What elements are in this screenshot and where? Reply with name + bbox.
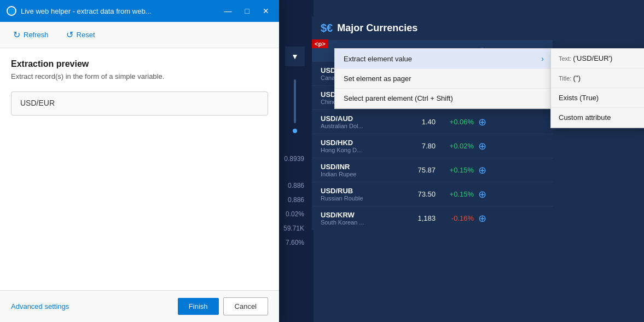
change-usdhkd: +0.02%	[436, 142, 474, 150]
change-usdrub: +0.15%	[436, 190, 474, 198]
collapse-button[interactable]: ▼	[285, 47, 305, 66]
context-item-extract-label: Extract element value	[344, 55, 412, 63]
context-menu-item-pager[interactable]: Set element as pager	[335, 69, 553, 89]
add-usdhkd[interactable]: ⊕	[478, 140, 486, 152]
add-usdrub[interactable]: ⊕	[478, 188, 486, 200]
extraction-title: Extraction preview	[11, 59, 268, 69]
submenu-item-custom[interactable]: Custom attribute	[551, 108, 644, 128]
currency-row-usdhkd[interactable]: USD/HKD Hong Kong D... 7.80 +0.02% ⊕	[312, 134, 553, 158]
submenu-text-value: ('USD/EUR')	[573, 54, 612, 62]
bg-val4: 0.02%	[283, 210, 304, 218]
bg-val6: 7.60%	[283, 239, 304, 246]
name-usdinr: Indian Rupee	[321, 171, 375, 177]
submenu-title-prefix: Title:	[559, 75, 573, 82]
dialog-toolbar: ↻ Refresh ↺ Reset	[0, 22, 279, 48]
bg-val5: 59.71K	[283, 225, 304, 232]
submenu-item-title[interactable]: Title: ('')	[551, 68, 644, 88]
reset-icon: ↺	[66, 30, 73, 40]
currency-icon: $€	[321, 22, 333, 34]
extraction-preview: USD/EUR	[11, 91, 268, 116]
change-usdinr: +0.15%	[436, 166, 474, 174]
value-usdaud: 1.40	[392, 118, 436, 126]
bg-val3: 0.886	[283, 196, 304, 204]
currency-header: $€ Major Currencies	[312, 16, 553, 40]
currency-title: Major Currencies	[337, 22, 417, 34]
currency-row-usdinr[interactable]: USD/INR Indian Rupee 75.87 +0.15% ⊕	[312, 158, 553, 182]
submenu-item-text[interactable]: Text: ('USD/EUR')	[551, 49, 644, 68]
context-arrow-icon: ›	[541, 54, 544, 63]
refresh-icon: ↻	[13, 30, 20, 40]
submenu-title-value: ('')	[573, 74, 581, 82]
left-strip: ▼ 0.8939 0.886 0.886 0.02% 59.71K 7.60%	[276, 0, 314, 322]
pair-usdaud: USD/AUD	[321, 114, 364, 123]
titlebar-controls: — □ ✕	[221, 5, 272, 16]
reset-label: Reset	[77, 31, 95, 39]
cancel-button[interactable]: Cancel	[223, 297, 268, 315]
context-menu-item-extract[interactable]: Extract element value ›	[335, 49, 553, 69]
dialog-title: Live web helper - extract data from web.…	[21, 7, 217, 15]
bg-val2: 0.886	[283, 182, 304, 189]
dialog-content: Extraction preview Extract record(s) in …	[0, 48, 279, 290]
currency-row-usdaud[interactable]: USD/AUD Australian Dol... 1.40 +0.06% ⊕	[312, 110, 553, 134]
currency-row-usdrub[interactable]: USD/RUB Russian Rouble 73.50 +0.15% ⊕	[312, 182, 553, 206]
refresh-label: Refresh	[24, 31, 49, 39]
name-usdkrw: South Korean ...	[321, 219, 375, 226]
submenu-text-prefix: Text:	[559, 55, 573, 62]
reset-button[interactable]: ↺ Reset	[62, 27, 100, 42]
extraction-subtitle: Extract record(s) in the form of a simpl…	[11, 72, 268, 81]
value-usdkrw: 1,183	[392, 214, 436, 222]
dialog-titlebar: 🌐 Live web helper - extract data from we…	[0, 0, 279, 22]
maximize-button[interactable]: □	[242, 5, 253, 16]
app-icon: 🌐	[7, 6, 16, 16]
value-usdrub: 73.50	[392, 190, 436, 198]
scroll-dot	[293, 129, 297, 133]
finish-button[interactable]: Finish	[178, 298, 219, 315]
value-usdinr: 75.87	[392, 166, 436, 174]
refresh-button[interactable]: ↻ Refresh	[9, 27, 53, 42]
advanced-settings-link[interactable]: Advanced settings	[11, 302, 178, 311]
context-menu-item-parent[interactable]: Select parent element (Ctrl + Shift)	[335, 89, 553, 108]
submenu-custom-label: Custom attribute	[559, 113, 611, 122]
context-menu: Extract element value › Set element as p…	[334, 48, 553, 109]
submenu: Text: ('USD/EUR') Title: ('') Exists (Tr…	[550, 48, 644, 128]
currency-row-usdkrw[interactable]: USD/KRW South Korean ... 1,183 -0.16% ⊕	[312, 206, 553, 230]
submenu-item-exists[interactable]: Exists (True)	[551, 88, 644, 108]
change-usdkrw: -0.16%	[436, 214, 474, 222]
change-usdaud: +0.06%	[436, 118, 474, 126]
pair-usdkrw: USD/KRW	[321, 211, 364, 219]
pair-usdinr: USD/INR	[321, 163, 364, 171]
close-button[interactable]: ✕	[259, 5, 272, 16]
context-item-pager-label: Set element as pager	[344, 74, 411, 83]
add-usdkrw[interactable]: ⊕	[478, 212, 486, 225]
dialog: 🌐 Live web helper - extract data from we…	[0, 0, 279, 322]
dialog-footer: Advanced settings Finish Cancel	[0, 290, 279, 322]
name-usdaud: Australian Dol...	[321, 123, 375, 129]
value-usdhkd: 7.80	[392, 142, 436, 150]
scroll-slider	[294, 79, 296, 123]
bg-val1: 0.8939	[283, 155, 304, 163]
submenu-exists-label: Exists (True)	[559, 94, 599, 102]
pair-usdrub: USD/RUB	[321, 187, 364, 195]
add-usdinr[interactable]: ⊕	[478, 164, 486, 176]
name-usdrub: Russian Rouble	[321, 195, 375, 202]
name-usdhkd: Hong Kong D...	[321, 147, 375, 153]
p-tag: <p>	[312, 39, 328, 48]
add-usdaud[interactable]: ⊕	[478, 116, 486, 128]
pair-usdhkd: USD/HKD	[321, 139, 364, 147]
context-item-parent-label: Select parent element (Ctrl + Shift)	[344, 94, 453, 102]
minimize-button[interactable]: —	[221, 5, 235, 16]
